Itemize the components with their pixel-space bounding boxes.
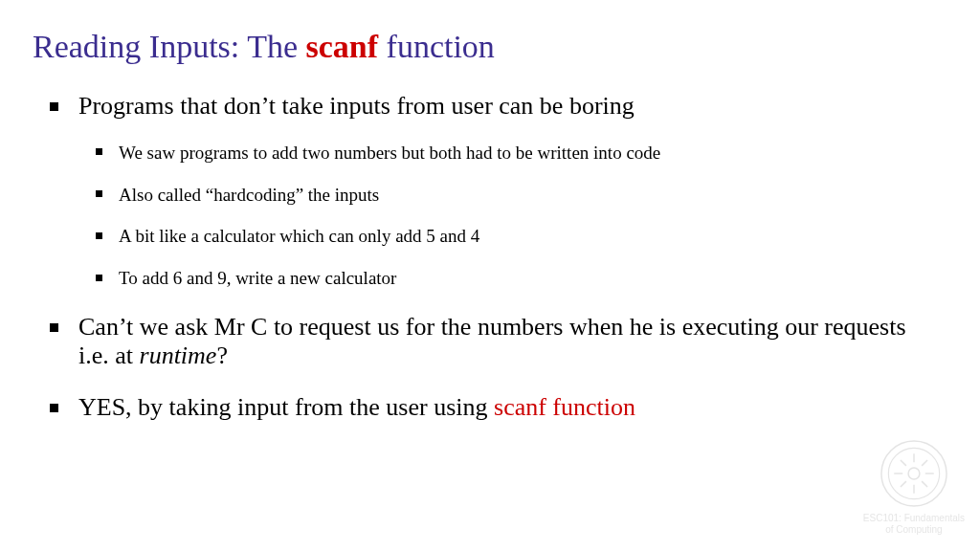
- title-scanf: scanf: [306, 29, 379, 64]
- slide: Reading Inputs: The scanf function Progr…: [0, 0, 980, 464]
- sub-bullet-1-text: We saw programs to add two numbers but b…: [119, 143, 660, 163]
- sub-bullet-4: To add 6 and 9, write a new calculator: [78, 267, 942, 290]
- bullet-3-scanf: scanf function: [494, 393, 635, 421]
- bullet-2: Can’t we ask Mr C to request us for the …: [38, 313, 942, 370]
- svg-line-8: [922, 481, 927, 487]
- watermark-line-2: of Computing: [885, 524, 942, 535]
- title-part-1: Reading Inputs: The: [33, 29, 306, 64]
- sub-bullet-2: Also called “hardcoding” the inputs: [78, 184, 942, 207]
- svg-line-9: [901, 481, 906, 487]
- sub-bullet-2-text: Also called “hardcoding” the inputs: [119, 185, 379, 205]
- watermark-line-1: ESC101: Fundamentals: [863, 513, 965, 523]
- sub-bullet-3: A bit like a calculator which can only a…: [78, 225, 942, 248]
- bullet-2-text-c: ?: [216, 342, 228, 369]
- sub-bullet-list: We saw programs to add two numbers but b…: [78, 142, 942, 290]
- bullet-2-runtime: runtime: [140, 342, 217, 369]
- bullet-list: Programs that don’t take inputs from use…: [38, 92, 942, 422]
- watermark-label: ESC101: Fundamentals of Computing: [863, 513, 965, 536]
- sub-bullet-3-text: A bit like a calculator which can only a…: [119, 226, 479, 246]
- sub-bullet-4-text: To add 6 and 9, write a new calculator: [119, 268, 396, 288]
- slide-title: Reading Inputs: The scanf function: [33, 29, 942, 65]
- bullet-1-text: Programs that don’t take inputs from use…: [78, 92, 635, 120]
- svg-point-2: [908, 468, 920, 479]
- title-part-3: function: [378, 29, 495, 64]
- bullet-3-text-a: YES, by taking input from the user using: [78, 393, 494, 421]
- bullet-1: Programs that don’t take inputs from use…: [38, 92, 942, 290]
- bullet-3: YES, by taking input from the user using…: [38, 393, 942, 422]
- sub-bullet-1: We saw programs to add two numbers but b…: [78, 142, 942, 165]
